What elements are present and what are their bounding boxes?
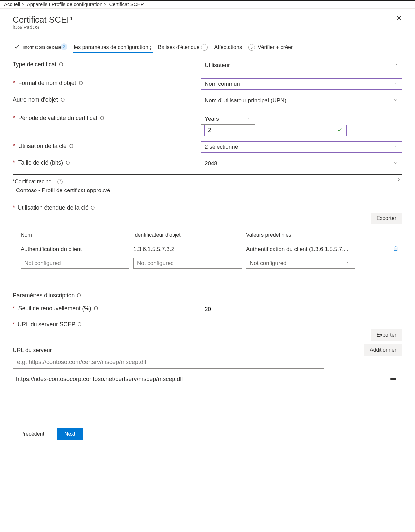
eku-row-oid: 1.3.6.1.5.5.7.3.2 [133,246,246,253]
step-scope-label: Balises d'étendue [158,44,200,50]
eku-row: Authentification du client 1.3.6.1.5.5.7… [13,243,402,256]
step-assign[interactable]: Affectations [213,44,243,52]
root-cert-value: Contoso - Profil de certificat approuvé [13,185,402,195]
info-icon[interactable]: O [94,306,98,312]
required-icon: * [13,115,15,122]
validity-unit-select[interactable]: Years [201,114,255,125]
info-icon[interactable]: O [100,115,104,121]
breadcrumb: Accueil > Appareils I Profils de configu… [0,1,415,9]
root-certificate-section[interactable]: *Certificat racine i Contoso - Profil de… [13,177,402,198]
page-title: Certificat SCEP [13,15,396,25]
root-cert-label: *Certificat racine [13,179,51,185]
check-icon [336,127,342,134]
eku-header-oid: Identificateur d'objet [133,232,246,238]
eku-row-name: Authentification du client [21,246,133,253]
key-size-value: 2048 [205,160,217,167]
step-scope[interactable]: Balises d'étendue [157,44,209,53]
delete-button[interactable] [389,245,402,253]
step-review-label: Vérifier + créer [258,44,293,50]
info-icon[interactable]: O [69,143,73,149]
enroll-label: Paramètres d'inscription [13,292,75,299]
step-review-badge: 5 [248,44,255,51]
eku-header-name: Nom [21,232,133,238]
server-url-value: https://ndes-contosocorp.contoso.net/cer… [16,376,390,383]
key-size-select[interactable]: 2048 [201,158,402,169]
info-icon[interactable]: O [77,322,81,328]
chevron-down-icon [393,62,398,69]
step-config-badge: 2 [61,43,67,50]
step-review[interactable]: 5 Vérifier + créer [247,44,294,53]
chevron-down-icon [393,97,398,104]
eku-label: Utilisation étendue de la clé [18,204,89,211]
scep-url-label: URL du serveur SCEP [18,321,75,328]
eku-predef-select[interactable]: Not configured [246,258,355,269]
step-assign-label: Affectations [214,44,242,50]
chevron-right-icon[interactable] [396,177,401,183]
step-scope-badge [201,44,208,51]
info-icon[interactable]: i [57,179,63,184]
key-usage-select[interactable]: 2 sélectionné [201,141,402,153]
more-icon[interactable]: ••• [390,375,402,383]
svg-rect-2 [394,247,397,251]
required-icon: * [13,321,15,328]
chevron-down-icon [246,116,251,122]
next-button[interactable]: Next [57,428,83,440]
export-button[interactable]: Exporter [371,213,402,224]
required-icon: * [13,204,15,211]
breadcrumb-devices[interactable]: Appareils I Profils de configuration > [27,1,107,7]
eku-header-predef: Valeurs prédéfinies [246,232,402,238]
page-subtitle: iOS/iPadOS [13,24,396,30]
cert-type-label: Type de certificat [13,61,56,68]
validity-value-input[interactable]: 2 [204,125,347,136]
subject-format-value: Nom commun [205,81,240,87]
chevron-down-icon [393,160,398,167]
eku-oid-input[interactable] [133,258,242,269]
subject-format-select[interactable]: Nom commun [201,78,402,90]
required-icon: * [13,80,15,87]
breadcrumb-current: Certificat SCEP [109,1,144,7]
step-basics[interactable]: Informations de base 2 [13,44,69,53]
cert-type-value: Utilisateur [205,62,230,68]
eku-row-predef: Authentification du client (1.3.6.1.5.5.… [246,246,389,253]
san-select[interactable]: Nom d'utilisateur principal (UPN) [201,95,402,106]
info-icon[interactable]: O [77,293,81,299]
info-icon[interactable]: O [79,80,83,86]
key-usage-value: 2 sélectionné [205,144,238,150]
check-icon [14,44,20,51]
step-basics-label: Informations de base [23,45,61,50]
step-config[interactable]: les paramètres de configuration ; [73,44,153,53]
renewal-label: Seuil de renouvellement (%) [18,305,91,312]
required-icon: * [13,159,15,166]
key-usage-label: Utilisation de la clé [18,143,67,150]
info-icon[interactable]: O [61,97,65,103]
validity-label: Période de validité du certificat [18,115,97,122]
eku-predef-value: Not configured [250,260,287,266]
server-url-item: https://ndes-contosocorp.contoso.net/cer… [13,369,402,385]
close-button[interactable] [396,15,402,23]
previous-button[interactable]: Précédent [13,428,52,440]
eku-name-input[interactable] [21,258,129,269]
subject-format-label: Format de nom d'objet [18,80,76,87]
chevron-down-icon [393,81,398,87]
validity-value: 2 [208,127,211,133]
breadcrumb-home[interactable]: Accueil > [4,1,24,7]
export-button-2[interactable]: Exporter [371,329,402,341]
renewal-input[interactable] [201,304,402,315]
required-icon: * [13,305,15,312]
info-icon[interactable]: O [91,205,95,211]
add-button[interactable]: Additionner [364,344,402,356]
info-icon[interactable]: O [59,62,63,68]
chevron-down-icon [393,144,398,150]
required-icon: * [13,143,15,150]
key-size-label: Taille de clé (bits) [18,159,63,166]
wizard-steps: Informations de base 2 les paramètres de… [13,44,402,53]
san-value: Nom d'utilisateur principal (UPN) [205,97,286,104]
info-icon[interactable]: O [66,160,70,166]
server-url-input[interactable] [13,356,324,369]
chevron-down-icon [346,260,351,266]
server-url-label: URL du serveur [13,347,52,354]
san-label: Autre nom d'objet [13,96,58,103]
cert-type-select[interactable]: Utilisateur [201,60,402,71]
step-config-label: les paramètres de configuration ; [74,44,151,50]
validity-unit-value: Years [205,116,219,122]
